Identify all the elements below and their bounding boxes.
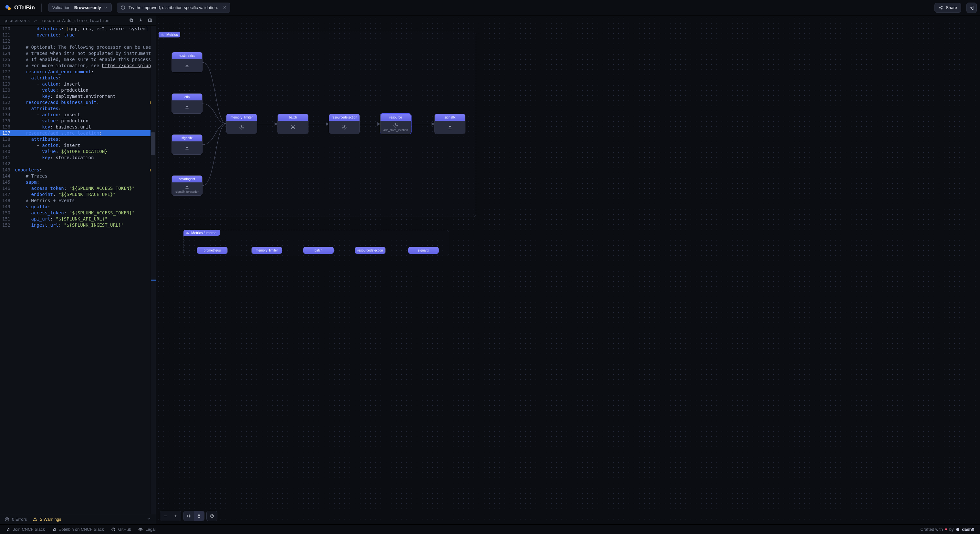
node-signalfx-receiver[interactable]: signalfx <box>172 134 202 155</box>
pipeline-metrics: Metrics <box>159 32 476 217</box>
svg-point-14 <box>35 520 35 520</box>
code-line[interactable]: 130 value: production <box>0 87 153 93</box>
node-smartagent[interactable]: smartagent signalfx-forwarder <box>172 175 202 195</box>
zoom-out-button[interactable] <box>160 511 170 521</box>
svg-point-17 <box>344 127 345 128</box>
code-line[interactable]: 131 key: deployment.environment <box>0 93 153 99</box>
code-line[interactable]: 150 access_token: "${SPLUNK_ACCESS_TOKEN… <box>0 210 153 216</box>
code-line[interactable]: 129 - action: insert <box>0 81 153 87</box>
code-line[interactable]: 132 resource/add_business_unit: <box>0 99 153 106</box>
node-resourcedetection[interactable]: resourcedetection <box>329 114 360 134</box>
code-line[interactable]: 145 sapm: <box>0 179 153 185</box>
code-line[interactable]: 149 signalfx: <box>0 204 153 210</box>
node-signalfx-exporter[interactable]: signalfx <box>434 114 465 134</box>
svg-rect-23 <box>8 528 10 529</box>
code-line[interactable]: 122 <box>0 38 153 44</box>
pipeline-tag-internal: Metrics / internal <box>183 230 220 236</box>
code-line[interactable]: 128 attributes: <box>0 75 153 81</box>
validation-select[interactable]: Validation: Browser-only <box>48 3 112 12</box>
code-line[interactable]: 127 resource/add_environment: <box>0 69 153 75</box>
code-line[interactable]: 146 access_token: "${SPLUNK_ACCESS_TOKEN… <box>0 185 153 191</box>
node-otlp[interactable]: otlp <box>172 93 202 114</box>
node-internal-memory[interactable]: memory_limiter <box>251 247 282 254</box>
breadcrumb: processors > resource/add_store_location <box>0 16 156 26</box>
code-line[interactable]: 152 ingest_url: "${SPLUNK_INGEST_URL}" <box>0 222 153 228</box>
code-line[interactable]: 125 # If enabled, make sure to enable th… <box>0 57 153 63</box>
code-line[interactable]: 147 endpoint: "${SPLUNK_TRACE_URL}" <box>0 191 153 197</box>
code-line[interactable]: 134 - action: insert <box>0 112 153 118</box>
otelbin-icon <box>5 4 12 11</box>
close-icon[interactable] <box>223 5 227 10</box>
gear-icon <box>239 125 244 130</box>
code-line[interactable]: 143exporters: <box>0 167 153 173</box>
slack-join-link[interactable]: Join CNCF Slack <box>6 527 45 532</box>
pipeline-canvas[interactable]: Metrics hostmetrics otlp signalfx smarta… <box>156 16 980 524</box>
zoom-in-button[interactable] <box>170 511 181 521</box>
breadcrumb-section[interactable]: processors <box>5 18 30 23</box>
code-line[interactable]: 120 detectors: [gcp, ecs, ec2, azure, sy… <box>0 26 153 32</box>
node-internal-batch[interactable]: batch <box>303 247 334 254</box>
minimap-thumb[interactable] <box>151 132 155 155</box>
gear-icon <box>290 125 296 130</box>
code-line[interactable]: 140 value: ${STORE_LOCATION} <box>0 148 153 155</box>
share-button[interactable]: Share <box>934 3 961 13</box>
node-memory-limiter[interactable]: memory_limiter <box>226 114 257 134</box>
minimap[interactable] <box>151 26 156 514</box>
code-line[interactable]: 141 key: store.location <box>0 155 153 161</box>
svg-point-18 <box>395 125 396 126</box>
code-line[interactable]: 121 override: true <box>0 32 153 38</box>
toggle-panel-button[interactable] <box>147 17 153 24</box>
code-line[interactable]: 144 # Traces <box>0 173 153 179</box>
lock-view-button[interactable] <box>194 511 204 521</box>
help-button[interactable] <box>207 511 217 521</box>
legal-link[interactable]: Legal <box>138 527 156 532</box>
github-link[interactable]: GitHub <box>111 527 131 532</box>
node-batch[interactable]: batch <box>277 114 309 134</box>
errors-count[interactable]: 0 Errors <box>5 517 27 522</box>
validation-bar[interactable]: 0 Errors 2 Warnings <box>0 514 156 524</box>
collapse-icon <box>186 514 191 518</box>
svg-point-30 <box>956 528 959 531</box>
node-prometheus[interactable]: prometheus <box>197 247 228 254</box>
help-icon <box>210 514 214 518</box>
code-line[interactable]: 123 # Optional: The following processor … <box>0 44 153 50</box>
node-resource-add-store[interactable]: resource add_store_location <box>380 114 411 134</box>
node-internal-signalfx[interactable]: signalfx <box>408 247 439 254</box>
code-line[interactable]: 135 value: production <box>0 118 153 124</box>
copy-button[interactable] <box>128 17 134 24</box>
bar-chart-icon <box>161 33 164 36</box>
slack-channel-link[interactable]: #otelbin on CNCF Slack <box>52 527 104 532</box>
github-icon <box>111 527 116 532</box>
svg-point-15 <box>241 127 242 128</box>
code-line[interactable]: 148 # Metrics + Events <box>0 197 153 204</box>
warnings-count[interactable]: 2 Warnings <box>33 517 61 522</box>
node-hostmetrics[interactable]: hostmetrics <box>172 52 202 72</box>
code-line[interactable]: 126 # For more information, see https://… <box>0 63 153 69</box>
code-line[interactable]: 142 <box>0 161 153 167</box>
download-button[interactable] <box>138 17 144 24</box>
heart-icon: ♥ <box>945 527 947 532</box>
signin-button[interactable] <box>966 3 977 13</box>
info-banner: Try the improved, distribution-specific … <box>117 3 230 13</box>
app-logo[interactable]: OTelBin <box>3 4 35 11</box>
code-line[interactable]: 151 api_url: "${SPLUNK_API_URL}" <box>0 216 153 222</box>
code-line[interactable]: 136 key: business.unit <box>0 124 153 130</box>
info-text: Try the improved, distribution-specific … <box>129 5 218 10</box>
expand-validation[interactable] <box>146 517 151 522</box>
dash0-icon <box>955 527 960 532</box>
gear-icon <box>393 123 398 128</box>
login-icon <box>969 5 974 10</box>
download-icon <box>185 104 189 110</box>
bar-chart-icon <box>186 231 189 234</box>
code-line[interactable]: 137 resource/add_store_location: <box>0 130 153 136</box>
fit-view-button[interactable] <box>183 511 194 521</box>
breadcrumb-target[interactable]: resource/add_store_location <box>41 18 110 23</box>
code-editor[interactable]: 120 detectors: [gcp, ecs, ec2, azure, sy… <box>0 26 156 514</box>
code-line[interactable]: 124 # traces when it's not populated by … <box>0 50 153 57</box>
code-line[interactable]: 139 - action: insert <box>0 142 153 148</box>
code-line[interactable]: 133 attributes: <box>0 106 153 112</box>
code-line[interactable]: 138 attributes: <box>0 136 153 142</box>
divider <box>41 3 42 12</box>
node-internal-resdet[interactable]: resourcedetection <box>355 247 386 254</box>
brand-name[interactable]: dash0 <box>962 527 974 532</box>
